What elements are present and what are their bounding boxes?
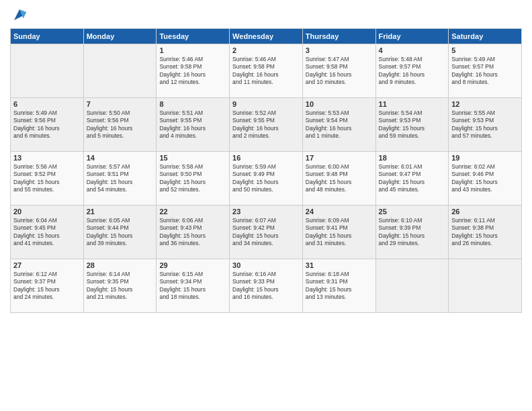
calendar-cell: 2Sunrise: 5:46 AM Sunset: 9:58 PM Daylig… [230, 44, 303, 98]
calendar-cell: 27Sunrise: 6:12 AM Sunset: 9:37 PM Dayli… [11, 259, 84, 313]
day-header-tuesday: Tuesday [157, 29, 230, 44]
day-header-sunday: Sunday [11, 29, 84, 44]
calendar: SundayMondayTuesdayWednesdayThursdayFrid… [10, 28, 522, 313]
logo [10, 7, 28, 23]
week-row-1: 1Sunrise: 5:46 AM Sunset: 9:58 PM Daylig… [11, 44, 522, 98]
calendar-cell: 17Sunrise: 6:00 AM Sunset: 9:48 PM Dayli… [302, 152, 375, 205]
calendar-cell: 30Sunrise: 6:16 AM Sunset: 9:33 PM Dayli… [230, 259, 303, 313]
calendar-cell: 8Sunrise: 5:51 AM Sunset: 9:55 PM Daylig… [157, 98, 230, 152]
calendar-cell: 25Sunrise: 6:10 AM Sunset: 9:39 PM Dayli… [375, 205, 449, 259]
cell-info: Sunrise: 6:18 AM Sunset: 9:31 PM Dayligh… [306, 271, 373, 302]
day-number: 10 [306, 100, 373, 108]
day-number: 17 [306, 154, 373, 162]
cell-info: Sunrise: 5:48 AM Sunset: 9:57 PM Dayligh… [379, 56, 446, 87]
day-number: 25 [379, 208, 446, 216]
day-number: 21 [87, 208, 154, 216]
calendar-cell: 14Sunrise: 5:57 AM Sunset: 9:51 PM Dayli… [83, 152, 157, 205]
day-number: 5 [451, 46, 519, 54]
calendar-cell [449, 259, 522, 313]
calendar-cell: 24Sunrise: 6:09 AM Sunset: 9:41 PM Dayli… [302, 205, 375, 259]
calendar-cell: 7Sunrise: 5:50 AM Sunset: 9:56 PM Daylig… [83, 98, 157, 152]
day-number: 6 [13, 100, 81, 108]
day-number: 13 [13, 154, 81, 162]
calendar-cell: 13Sunrise: 5:56 AM Sunset: 9:52 PM Dayli… [11, 152, 84, 205]
week-row-2: 6Sunrise: 5:49 AM Sunset: 9:56 PM Daylig… [11, 98, 522, 152]
day-number: 7 [87, 100, 154, 108]
cell-info: Sunrise: 6:06 AM Sunset: 9:43 PM Dayligh… [159, 217, 226, 248]
cell-info: Sunrise: 5:55 AM Sunset: 9:53 PM Dayligh… [451, 109, 519, 140]
cell-info: Sunrise: 5:47 AM Sunset: 9:58 PM Dayligh… [306, 56, 373, 87]
calendar-cell [375, 259, 449, 313]
cell-info: Sunrise: 5:56 AM Sunset: 9:52 PM Dayligh… [13, 163, 81, 194]
week-row-5: 27Sunrise: 6:12 AM Sunset: 9:37 PM Dayli… [11, 259, 522, 313]
cell-info: Sunrise: 6:12 AM Sunset: 9:37 PM Dayligh… [13, 271, 81, 302]
calendar-cell: 3Sunrise: 5:47 AM Sunset: 9:58 PM Daylig… [302, 44, 375, 98]
day-number: 29 [159, 261, 226, 269]
cell-info: Sunrise: 6:02 AM Sunset: 9:46 PM Dayligh… [451, 163, 519, 194]
day-number: 11 [379, 100, 446, 108]
day-number: 20 [13, 208, 81, 216]
calendar-cell: 29Sunrise: 6:15 AM Sunset: 9:34 PM Dayli… [157, 259, 230, 313]
day-number: 16 [232, 154, 300, 162]
calendar-cell: 15Sunrise: 5:58 AM Sunset: 9:50 PM Dayli… [157, 152, 230, 205]
cell-info: Sunrise: 5:49 AM Sunset: 9:56 PM Dayligh… [13, 109, 81, 140]
calendar-cell: 23Sunrise: 6:07 AM Sunset: 9:42 PM Dayli… [230, 205, 303, 259]
day-number: 31 [306, 261, 373, 269]
day-number: 8 [159, 100, 226, 108]
cell-info: Sunrise: 5:53 AM Sunset: 9:54 PM Dayligh… [306, 109, 373, 140]
day-number: 3 [306, 46, 373, 54]
day-number: 1 [159, 46, 226, 54]
cell-info: Sunrise: 5:59 AM Sunset: 9:49 PM Dayligh… [232, 163, 300, 194]
day-number: 19 [451, 154, 519, 162]
cell-info: Sunrise: 6:11 AM Sunset: 9:38 PM Dayligh… [451, 217, 519, 248]
cell-info: Sunrise: 5:46 AM Sunset: 9:58 PM Dayligh… [159, 56, 226, 87]
calendar-cell: 9Sunrise: 5:52 AM Sunset: 9:55 PM Daylig… [230, 98, 303, 152]
calendar-cell: 19Sunrise: 6:02 AM Sunset: 9:46 PM Dayli… [449, 152, 522, 205]
day-number: 15 [159, 154, 226, 162]
cell-info: Sunrise: 6:14 AM Sunset: 9:35 PM Dayligh… [87, 271, 154, 302]
calendar-cell: 5Sunrise: 5:49 AM Sunset: 9:57 PM Daylig… [449, 44, 522, 98]
cell-info: Sunrise: 6:16 AM Sunset: 9:33 PM Dayligh… [232, 271, 300, 302]
cell-info: Sunrise: 5:46 AM Sunset: 9:58 PM Dayligh… [232, 56, 300, 87]
calendar-cell: 28Sunrise: 6:14 AM Sunset: 9:35 PM Dayli… [83, 259, 157, 313]
cell-info: Sunrise: 5:50 AM Sunset: 9:56 PM Dayligh… [87, 109, 154, 140]
week-row-3: 13Sunrise: 5:56 AM Sunset: 9:52 PM Dayli… [11, 152, 522, 205]
logo-icon [11, 7, 28, 23]
calendar-cell: 21Sunrise: 6:05 AM Sunset: 9:44 PM Dayli… [83, 205, 157, 259]
cell-info: Sunrise: 5:54 AM Sunset: 9:53 PM Dayligh… [379, 109, 446, 140]
day-number: 26 [451, 208, 519, 216]
cell-info: Sunrise: 6:05 AM Sunset: 9:44 PM Dayligh… [87, 217, 154, 248]
week-row-4: 20Sunrise: 6:04 AM Sunset: 9:45 PM Dayli… [11, 205, 522, 259]
cell-info: Sunrise: 5:49 AM Sunset: 9:57 PM Dayligh… [451, 56, 519, 87]
day-number: 23 [232, 208, 300, 216]
calendar-cell: 6Sunrise: 5:49 AM Sunset: 9:56 PM Daylig… [11, 98, 84, 152]
calendar-cell: 18Sunrise: 6:01 AM Sunset: 9:47 PM Dayli… [375, 152, 449, 205]
day-header-thursday: Thursday [302, 29, 375, 44]
day-number: 12 [451, 100, 519, 108]
day-number: 14 [87, 154, 154, 162]
day-number: 22 [159, 208, 226, 216]
cell-info: Sunrise: 6:04 AM Sunset: 9:45 PM Dayligh… [13, 217, 81, 248]
calendar-cell [83, 44, 157, 98]
calendar-cell: 10Sunrise: 5:53 AM Sunset: 9:54 PM Dayli… [302, 98, 375, 152]
calendar-cell: 20Sunrise: 6:04 AM Sunset: 9:45 PM Dayli… [11, 205, 84, 259]
cell-info: Sunrise: 6:07 AM Sunset: 9:42 PM Dayligh… [232, 217, 300, 248]
cell-info: Sunrise: 6:10 AM Sunset: 9:39 PM Dayligh… [379, 217, 446, 248]
day-header-monday: Monday [83, 29, 157, 44]
day-number: 18 [379, 154, 446, 162]
cell-info: Sunrise: 6:15 AM Sunset: 9:34 PM Dayligh… [159, 271, 226, 302]
day-header-saturday: Saturday [449, 29, 522, 44]
page-header [10, 7, 522, 23]
cell-info: Sunrise: 5:52 AM Sunset: 9:55 PM Dayligh… [232, 109, 300, 140]
calendar-header-row: SundayMondayTuesdayWednesdayThursdayFrid… [11, 29, 522, 44]
calendar-cell: 12Sunrise: 5:55 AM Sunset: 9:53 PM Dayli… [449, 98, 522, 152]
day-number: 27 [13, 261, 81, 269]
calendar-cell: 11Sunrise: 5:54 AM Sunset: 9:53 PM Dayli… [375, 98, 449, 152]
calendar-cell [11, 44, 84, 98]
day-number: 30 [232, 261, 300, 269]
day-number: 24 [306, 208, 373, 216]
calendar-cell: 26Sunrise: 6:11 AM Sunset: 9:38 PM Dayli… [449, 205, 522, 259]
day-number: 28 [87, 261, 154, 269]
calendar-cell: 22Sunrise: 6:06 AM Sunset: 9:43 PM Dayli… [157, 205, 230, 259]
calendar-cell: 31Sunrise: 6:18 AM Sunset: 9:31 PM Dayli… [302, 259, 375, 313]
